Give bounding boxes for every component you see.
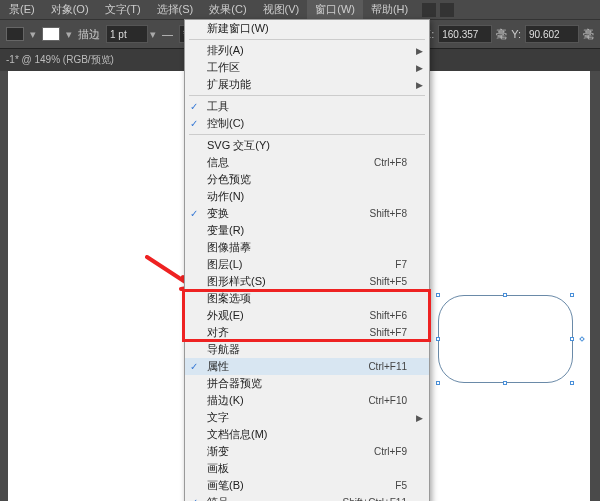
selection-handle[interactable]: [570, 337, 574, 341]
menu-item-label: 画板: [207, 461, 407, 476]
menu-item[interactable]: 画板: [185, 460, 429, 477]
menu-item[interactable]: 对象(O): [43, 0, 97, 19]
submenu-arrow-icon: ▶: [416, 46, 423, 56]
layout-icon[interactable]: [440, 3, 454, 17]
menu-item-shortcut: Shift+F8: [369, 208, 407, 219]
menu-item-label: 导航器: [207, 342, 407, 357]
menu-item-shortcut: Ctrl+F11: [368, 361, 407, 372]
menu-item[interactable]: ✓变换Shift+F8: [185, 205, 429, 222]
menu-item[interactable]: 效果(C): [201, 0, 254, 19]
selection-handle[interactable]: [436, 337, 440, 341]
menu-item[interactable]: 帮助(H): [363, 0, 416, 19]
menu-item-label: 动作(N): [207, 189, 407, 204]
window-menu-dropdown: 新建窗口(W)排列(A)▶工作区▶扩展功能▶✓工具✓控制(C)SVG 交互(Y)…: [184, 19, 430, 501]
selection-handle[interactable]: [503, 293, 507, 297]
menu-item[interactable]: 图案选项: [185, 290, 429, 307]
menu-item-label: 图像描摹: [207, 240, 407, 255]
menu-item-label: 图形样式(S): [207, 274, 369, 289]
unit: 毫: [496, 27, 507, 42]
menu-item-shortcut: Ctrl+F9: [374, 446, 407, 457]
stroke-swatch[interactable]: [42, 27, 60, 41]
menu-item[interactable]: 导航器: [185, 341, 429, 358]
submenu-arrow-icon: ▶: [416, 80, 423, 90]
menu-item-shortcut: Ctrl+F8: [374, 157, 407, 168]
stroke-weight-field[interactable]: [106, 25, 148, 43]
menu-item-shortcut: F5: [395, 480, 407, 491]
menu-item[interactable]: ✓控制(C): [185, 115, 429, 132]
submenu-arrow-icon: ▶: [416, 63, 423, 73]
menu-item[interactable]: ✓属性Ctrl+F11: [185, 358, 429, 375]
menu-item-label: 图层(L): [207, 257, 395, 272]
fill-swatch[interactable]: [6, 27, 24, 41]
menu-item-label: 文档信息(M): [207, 427, 407, 442]
y-field[interactable]: [525, 25, 579, 43]
menu-item[interactable]: 变量(R): [185, 222, 429, 239]
menu-item-label: 控制(C): [207, 116, 407, 131]
menu-item-shortcut: Shift+F5: [369, 276, 407, 287]
menu-item-label: 工作区: [207, 60, 407, 75]
menu-item[interactable]: 信息Ctrl+F8: [185, 154, 429, 171]
menu-item[interactable]: 描边(K)Ctrl+F10: [185, 392, 429, 409]
menu-item[interactable]: 文档信息(M): [185, 426, 429, 443]
menu-item-shortcut: Ctrl+F10: [368, 395, 407, 406]
menu-item-shortcut: Shift+F6: [369, 310, 407, 321]
checkmark-icon: ✓: [190, 361, 198, 372]
menu-separator: [189, 95, 425, 96]
menu-item[interactable]: SVG 交互(Y): [185, 137, 429, 154]
menu-item-shortcut: Shift+Ctrl+F11: [343, 497, 407, 501]
x-field[interactable]: [438, 25, 492, 43]
selection-handle[interactable]: [503, 381, 507, 385]
menu-item[interactable]: 渐变Ctrl+F9: [185, 443, 429, 460]
menu-item[interactable]: ✓工具: [185, 98, 429, 115]
menu-item[interactable]: 工作区▶: [185, 59, 429, 76]
selection-handle[interactable]: [436, 381, 440, 385]
menu-item[interactable]: 外观(E)Shift+F6: [185, 307, 429, 324]
menu-item[interactable]: ✓符号Shift+Ctrl+F11: [185, 494, 429, 501]
menu-item-label: 变量(R): [207, 223, 407, 238]
menu-item[interactable]: 图形样式(S)Shift+F5: [185, 273, 429, 290]
menu-item-label: 排列(A): [207, 43, 407, 58]
menu-item[interactable]: 画笔(B)F5: [185, 477, 429, 494]
menu-item[interactable]: 图层(L)F7: [185, 256, 429, 273]
menu-item[interactable]: 分色预览: [185, 171, 429, 188]
menu-item[interactable]: 对齐Shift+F7: [185, 324, 429, 341]
menu-item[interactable]: 视图(V): [255, 0, 308, 19]
checkmark-icon: ✓: [190, 101, 198, 112]
menubar: 景(E)对象(O)文字(T)选择(S)效果(C)视图(V)窗口(W)帮助(H): [0, 0, 600, 19]
menu-item[interactable]: 选择(S): [149, 0, 202, 19]
menu-item-label: SVG 交互(Y): [207, 138, 407, 153]
menu-item[interactable]: 文字(T): [97, 0, 149, 19]
dropdown-caret-icon[interactable]: ▾: [30, 28, 36, 41]
menu-separator: [189, 39, 425, 40]
rounded-rectangle-shape[interactable]: [438, 295, 573, 383]
menu-item[interactable]: 景(E): [1, 0, 43, 19]
selection-handle[interactable]: [570, 381, 574, 385]
menu-item[interactable]: 扩展功能▶: [185, 76, 429, 93]
menu-item[interactable]: 图像描摹: [185, 239, 429, 256]
unit: 毫: [583, 27, 594, 42]
menu-item[interactable]: 排列(A)▶: [185, 42, 429, 59]
menu-item-label: 符号: [207, 495, 343, 501]
menu-item-label: 画笔(B): [207, 478, 395, 493]
selection-handle[interactable]: [436, 293, 440, 297]
menu-item[interactable]: 新建窗口(W): [185, 20, 429, 37]
menu-item-shortcut: Shift+F7: [369, 327, 407, 338]
menu-item-shortcut: F7: [395, 259, 407, 270]
menu-item-label: 信息: [207, 155, 374, 170]
submenu-arrow-icon: ▶: [416, 413, 423, 423]
checkmark-icon: ✓: [190, 497, 198, 501]
menu-item[interactable]: 拼合器预览: [185, 375, 429, 392]
menu-item[interactable]: 窗口(W): [307, 0, 363, 19]
menu-item-label: 新建窗口(W): [207, 21, 407, 36]
layout-icon[interactable]: [422, 3, 436, 17]
menu-item[interactable]: 文字▶: [185, 409, 429, 426]
menu-item[interactable]: 动作(N): [185, 188, 429, 205]
menu-item-label: 拼合器预览: [207, 376, 407, 391]
menu-item-label: 描边(K): [207, 393, 368, 408]
stroke-label[interactable]: 描边: [78, 27, 100, 42]
dropdown-caret-icon[interactable]: ▾: [66, 28, 72, 41]
menu-item-label: 文字: [207, 410, 407, 425]
selection-handle[interactable]: [570, 293, 574, 297]
menu-item-label: 工具: [207, 99, 407, 114]
menu-item-label: 外观(E): [207, 308, 369, 323]
